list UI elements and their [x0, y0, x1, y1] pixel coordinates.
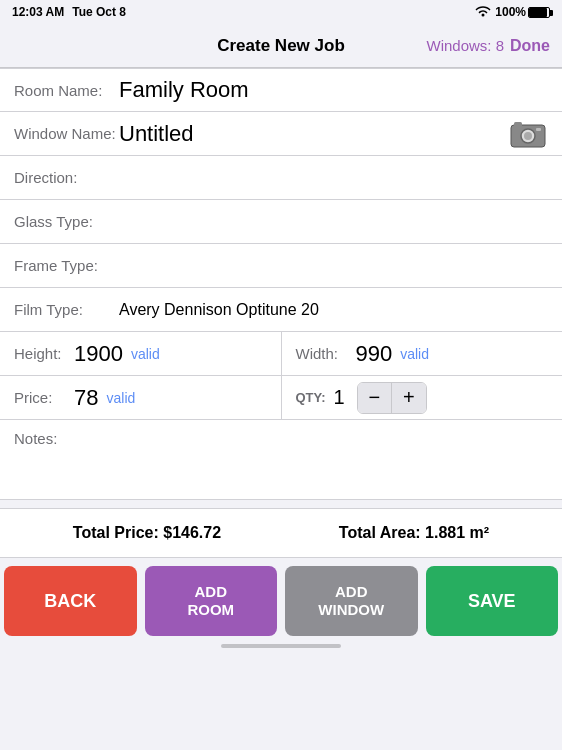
done-button[interactable]: Done [510, 37, 550, 55]
nav-bar: Create New Job Windows: 8 Done [0, 24, 562, 68]
qty-stepper[interactable]: − + [357, 382, 427, 414]
add-window-button[interactable]: ADD WINDOW [285, 566, 418, 636]
glass-type-row[interactable]: Glass Type: [0, 200, 562, 244]
camera-button[interactable] [508, 118, 548, 150]
height-label: Height: [14, 345, 74, 362]
battery-icon: 100% [495, 5, 550, 19]
total-price: Total Price: $146.72 [73, 524, 221, 542]
price-qty-row: Price: 78 valid QTY: 1 − + [0, 376, 562, 420]
add-window-label: ADD WINDOW [318, 583, 384, 619]
svg-point-3 [524, 132, 532, 140]
price-value[interactable]: 78 [74, 385, 98, 411]
room-name-row: Room Name: Family Room [0, 68, 562, 112]
status-left: 12:03 AM Tue Oct 8 [12, 5, 126, 19]
save-button[interactable]: SAVE [426, 566, 559, 636]
battery-percent: 100% [495, 5, 526, 19]
qty-value: 1 [334, 386, 345, 409]
window-name-row: Window Name: Untitled [0, 112, 562, 156]
room-name-label: Room Name: [14, 82, 119, 99]
notes-label: Notes: [14, 430, 548, 447]
qty-section: QTY: 1 − + [296, 382, 549, 414]
film-type-value[interactable]: Avery Dennison Optitune 20 [119, 301, 548, 319]
width-label: Width: [296, 345, 356, 362]
status-bar: 12:03 AM Tue Oct 8 100% [0, 0, 562, 24]
qty-label: QTY: [296, 390, 326, 405]
film-type-label: Film Type: [14, 301, 119, 318]
stepper-minus-button[interactable]: − [358, 383, 392, 413]
bottom-buttons: BACK ADD ROOM ADD WINDOW SAVE [0, 566, 562, 636]
home-bar [221, 644, 341, 648]
home-indicator [0, 636, 562, 656]
height-half: Height: 1900 valid [0, 332, 282, 376]
height-value[interactable]: 1900 [74, 341, 123, 367]
window-name-label: Window Name: [14, 125, 119, 142]
back-button[interactable]: BACK [4, 566, 137, 636]
svg-rect-4 [514, 122, 522, 127]
nav-title: Create New Job [217, 36, 345, 56]
height-valid-badge: valid [131, 346, 160, 362]
nav-windows-count: Windows: 8 [426, 37, 504, 54]
width-valid-badge: valid [400, 346, 429, 362]
total-area: Total Area: 1.881 m² [339, 524, 489, 542]
film-type-row[interactable]: Film Type: Avery Dennison Optitune 20 [0, 288, 562, 332]
frame-type-label: Frame Type: [14, 257, 119, 274]
qty-half: QTY: 1 − + [282, 376, 563, 420]
height-width-row: Height: 1900 valid Width: 990 valid [0, 332, 562, 376]
notes-row: Notes: [0, 420, 562, 500]
status-right: 100% [475, 5, 550, 19]
price-half: Price: 78 valid [0, 376, 282, 420]
nav-right: Windows: 8 Done [426, 37, 550, 55]
direction-label: Direction: [14, 169, 119, 186]
totals-bar: Total Price: $146.72 Total Area: 1.881 m… [0, 508, 562, 558]
frame-type-row[interactable]: Frame Type: [0, 244, 562, 288]
form-container: Room Name: Family Room Window Name: Unti… [0, 68, 562, 656]
glass-type-label: Glass Type: [14, 213, 119, 230]
svg-rect-5 [536, 128, 541, 131]
wifi-icon [475, 6, 491, 18]
window-name-value[interactable]: Untitled [119, 121, 508, 147]
width-value[interactable]: 990 [356, 341, 393, 367]
camera-icon [510, 120, 546, 148]
status-time: 12:03 AM [12, 5, 64, 19]
stepper-plus-button[interactable]: + [392, 383, 426, 413]
add-room-button[interactable]: ADD ROOM [145, 566, 278, 636]
width-half: Width: 990 valid [282, 332, 563, 376]
add-room-label: ADD ROOM [187, 583, 234, 619]
direction-row[interactable]: Direction: [0, 156, 562, 200]
price-label: Price: [14, 389, 74, 406]
room-name-value[interactable]: Family Room [119, 77, 548, 103]
price-valid-badge: valid [106, 390, 135, 406]
status-day: Tue Oct 8 [72, 5, 126, 19]
